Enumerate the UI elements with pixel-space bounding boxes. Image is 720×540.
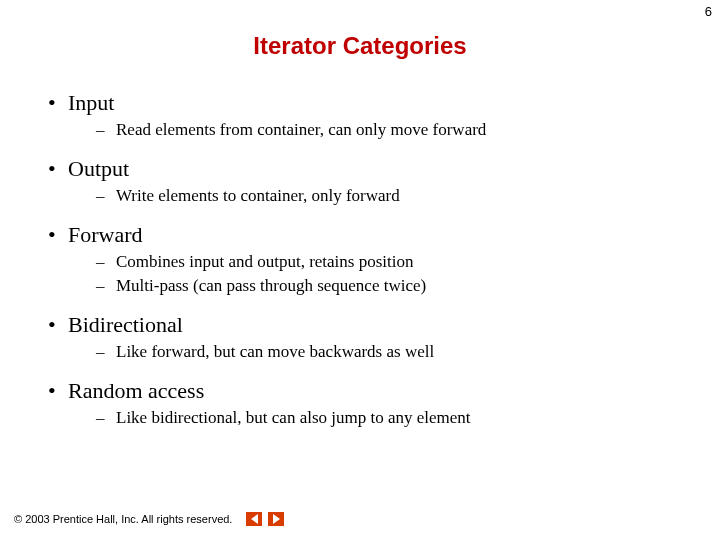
next-button[interactable] xyxy=(268,512,284,526)
subbullet: Combines input and output, retains posit… xyxy=(40,252,680,272)
slide-title: Iterator Categories xyxy=(0,32,720,60)
subbullet: Like bidirectional, but can also jump to… xyxy=(40,408,680,428)
copyright-text: © 2003 Prentice Hall, Inc. All rights re… xyxy=(14,513,232,525)
triangle-right-icon xyxy=(273,514,280,524)
bullet-bidirectional: Bidirectional xyxy=(40,312,680,338)
bullet-input: Input xyxy=(40,90,680,116)
page-number: 6 xyxy=(705,4,712,19)
bullet-output: Output xyxy=(40,156,680,182)
prev-button[interactable] xyxy=(246,512,262,526)
nav-buttons xyxy=(246,512,284,526)
subbullet: Read elements from container, can only m… xyxy=(40,120,680,140)
subbullet: Like forward, but can move backwards as … xyxy=(40,342,680,362)
slide-content: Input Read elements from container, can … xyxy=(0,90,720,428)
subbullet: Write elements to container, only forwar… xyxy=(40,186,680,206)
footer: © 2003 Prentice Hall, Inc. All rights re… xyxy=(14,512,284,526)
triangle-left-icon xyxy=(251,514,258,524)
subbullet: Multi-pass (can pass through sequence tw… xyxy=(40,276,680,296)
bullet-forward: Forward xyxy=(40,222,680,248)
bullet-random-access: Random access xyxy=(40,378,680,404)
